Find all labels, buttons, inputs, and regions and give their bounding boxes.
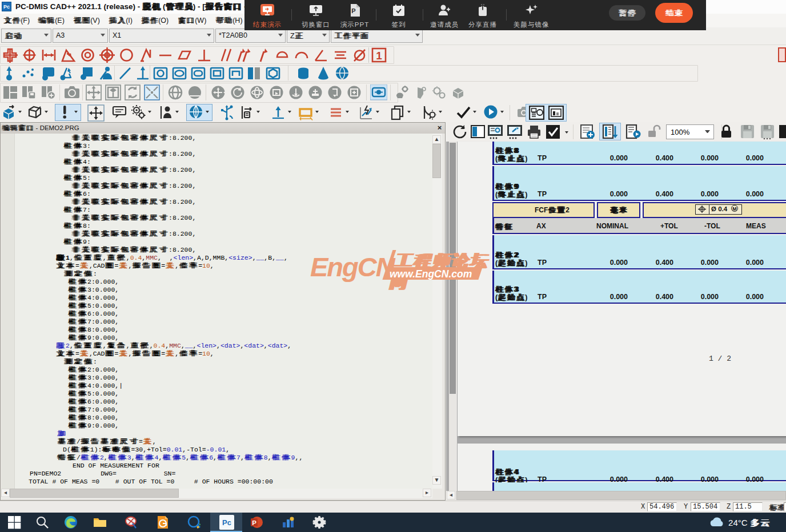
svg-text:1: 1 bbox=[376, 50, 382, 62]
svg-text:P: P bbox=[252, 519, 256, 526]
svg-text:P: P bbox=[351, 7, 355, 14]
svg-text:Pc: Pc bbox=[222, 518, 231, 527]
